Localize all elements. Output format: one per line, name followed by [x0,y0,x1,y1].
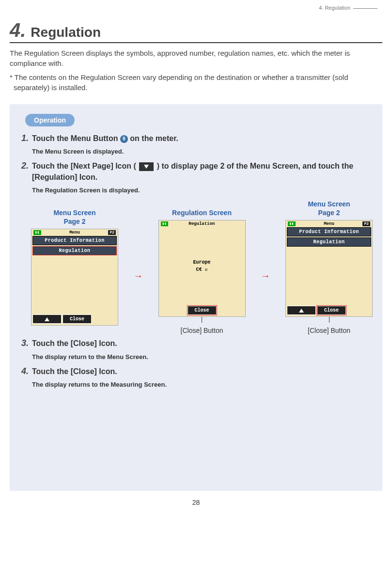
arrow-right-icon: → [133,270,143,282]
running-title: 4. Regulation [319,5,350,11]
step-2: 2. Touch the [Next Page] Icon ( ) to dis… [21,161,373,194]
screen-title: Menu [324,221,334,226]
screenshots-row: Menu Screen Page 2 ▮▮ Menu P2 Product In… [31,200,373,334]
battery-icon: ▮▮ [161,221,169,226]
screenshot-caption: Menu Screen Page 2 [308,200,350,217]
device-screen-menu: ▮▮ Menu P2 Product Information Regulatio… [285,220,373,317]
regulation-content: Europe C€ ☒ [159,227,245,305]
svg-marker-2 [299,309,304,313]
menu-item-product-information[interactable]: Product Information [287,227,371,236]
step-title: Touch the [Next Page] Icon ( ) to displa… [32,161,373,183]
device-screen-menu: ▮▮ Menu P2 Product Information Regulatio… [31,229,118,326]
operation-badge: Operation [25,114,75,126]
battery-icon: ▮▮ [288,221,296,226]
page-number: 28 [10,499,382,506]
screen-title: Menu [69,230,80,235]
running-header: 4. Regulation [319,5,377,11]
step-number: 1. [21,133,32,155]
intro-paragraph: The Regulation Screen displays the symbo… [10,48,382,68]
regulation-marks: C€ ☒ [196,266,207,272]
screenshot-caption: Regulation Screen [172,200,232,217]
step-title: Touch the Menu Button 9 on the meter. [32,133,373,144]
menu-item-product-information[interactable]: Product Information [32,236,117,245]
svg-marker-1 [45,317,49,321]
close-button[interactable]: Close [188,306,217,315]
close-button-caption: [Close] Button [308,327,350,334]
step-result: The display returns to the Measuring Scr… [32,381,373,388]
step-number: 4. [21,366,32,388]
step-result: The Menu Screen is displayed. [32,148,373,155]
device-screen-regulation: ▮▮ Regulation Europe C€ ☒ Close [158,220,246,317]
svg-marker-0 [144,165,149,169]
screenshot-regulation: Regulation Screen ▮▮ Regulation Europe C… [158,200,246,334]
menu-button-reference-badge: 9 [120,135,128,143]
section-heading: 4. Regulation [10,19,382,43]
step-result: The display return to the Menu Screen. [32,353,373,360]
step-1: 1. Touch the Menu Button 9 on the meter.… [21,133,373,155]
step-title: Touch the [Close] Icon. [32,338,373,349]
step-number: 2. [21,161,32,194]
close-button[interactable]: Close [317,306,346,315]
step-number: 3. [21,338,32,360]
section-title: Regulation [31,25,101,40]
step-4: 4. Touch the [Close] Icon. The display r… [21,366,373,388]
menu-item-regulation[interactable]: Regulation [32,246,117,255]
menu-item-regulation[interactable]: Regulation [287,237,371,247]
screenshot-menu-right: Menu Screen Page 2 ▮▮ Menu P2 Product In… [285,200,373,334]
section-number: 4. [10,19,26,41]
arrow-right-icon: → [261,270,270,282]
step-title: Touch the [Close] Icon. [32,366,373,377]
note-paragraph: * The contents on the Regulation Screen … [10,72,382,93]
prev-page-button[interactable] [32,314,62,324]
step-3: 3. Touch the [Close] Icon. The display r… [21,338,373,360]
screenshot-caption: Menu Screen Page 2 [53,208,95,226]
regulation-region: Europe [193,260,210,265]
page-indicator: P2 [362,221,370,226]
page-indicator: P2 [108,230,116,235]
close-button[interactable]: Close [63,314,92,324]
step-result: The Regulation Screen is displayed. [32,187,373,194]
screen-title: Regulation [188,221,215,226]
prev-page-button[interactable] [287,306,316,315]
next-page-icon [139,162,154,171]
close-button-caption: [Close] Button [181,327,223,334]
screenshot-menu-left: Menu Screen Page 2 ▮▮ Menu P2 Product In… [31,208,118,326]
operation-panel: Operation 1. Touch the Menu Button 9 on … [10,104,382,491]
battery-icon: ▮▮ [33,230,41,235]
